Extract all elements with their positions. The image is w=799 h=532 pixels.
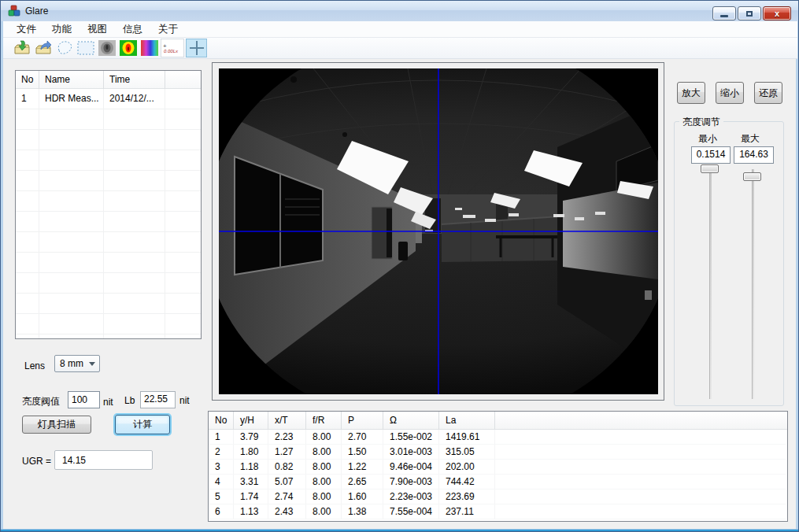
list-item[interactable] xyxy=(16,191,201,212)
restore-button[interactable] xyxy=(738,6,761,20)
col-name[interactable]: Name xyxy=(39,71,104,89)
crosshair-icon[interactable] xyxy=(186,39,207,57)
lasso-select-icon[interactable] xyxy=(54,39,74,57)
list-cell xyxy=(104,150,165,171)
pseudocolor-view-icon[interactable] xyxy=(118,39,138,57)
col-no[interactable]: No xyxy=(16,71,39,89)
results-rows: 13.792.238.002.701.55e-0021419.6121.801.… xyxy=(209,430,787,519)
hdr-image[interactable] xyxy=(219,68,658,394)
list-item[interactable] xyxy=(16,171,201,191)
min-slider-thumb[interactable] xyxy=(701,164,719,173)
table-cell: 237.11 xyxy=(439,504,495,519)
list-item[interactable] xyxy=(16,130,201,150)
list-cell xyxy=(104,191,165,212)
table-row[interactable]: 13.792.238.002.701.55e-0021419.61 xyxy=(209,430,787,445)
results-col-header[interactable]: x/T xyxy=(268,412,306,430)
restore-icon xyxy=(746,11,753,17)
zoom-out-button[interactable]: 缩小 xyxy=(716,82,744,104)
lux-plus: + xyxy=(161,43,167,49)
export-icon[interactable] xyxy=(33,39,53,57)
table-cell xyxy=(495,504,786,519)
list-item[interactable] xyxy=(16,253,201,273)
list-cell xyxy=(16,212,39,232)
results-col-header[interactable]: No xyxy=(209,412,234,430)
table-cell: 2.74 xyxy=(268,490,306,504)
results-col-header[interactable]: f/R xyxy=(306,412,342,430)
table-cell: 315.05 xyxy=(439,445,495,460)
list-cell xyxy=(16,314,39,334)
grayscale-view-icon[interactable] xyxy=(97,39,117,57)
list-cell xyxy=(16,130,39,150)
max-slider-thumb[interactable] xyxy=(743,172,761,181)
list-item[interactable] xyxy=(16,232,201,253)
import-icon[interactable] xyxy=(12,39,31,57)
results-header: Noy/Hx/Tf/RPΩLa xyxy=(209,412,787,430)
measurement-list[interactable]: No Name Time 1HDR Meas...2014/12/... xyxy=(15,70,202,339)
max-slider-track[interactable] xyxy=(752,169,754,399)
list-cell xyxy=(39,130,104,150)
menu-about[interactable]: 关于 xyxy=(151,21,185,38)
list-item[interactable] xyxy=(16,273,201,294)
menu-view[interactable]: 视图 xyxy=(80,21,114,38)
menu-function[interactable]: 功能 xyxy=(45,21,79,38)
table-cell: 1.27 xyxy=(268,445,306,460)
min-value-field[interactable]: 0.1514 xyxy=(691,146,731,164)
table-row[interactable]: 21.801.278.001.503.01e-003315.05 xyxy=(209,445,787,460)
list-cell xyxy=(165,212,201,232)
table-row[interactable]: 51.742.748.001.602.23e-003223.69 xyxy=(209,490,787,504)
list-item[interactable] xyxy=(16,212,201,232)
results-table[interactable]: Noy/Hx/Tf/RPΩLa 13.792.238.002.701.55e-0… xyxy=(208,411,788,522)
calculate-button[interactable]: 计算 xyxy=(115,415,170,434)
lux-label-icon[interactable]: + 0.00Lx xyxy=(161,39,184,57)
nit-unit-2: nit xyxy=(179,395,190,406)
list-cell xyxy=(16,191,39,212)
list-item[interactable] xyxy=(16,150,201,171)
ugr-label: UGR = xyxy=(22,456,51,467)
table-cell: 1419.61 xyxy=(439,430,495,445)
results-col-header[interactable]: y/H xyxy=(234,412,268,430)
table-cell: 8.00 xyxy=(306,430,342,445)
palette-icon[interactable] xyxy=(139,39,159,57)
minimize-button[interactable] xyxy=(712,6,736,20)
toolbar: + 0.00Lx xyxy=(3,38,797,59)
max-value-field[interactable]: 164.63 xyxy=(734,146,774,164)
min-label: 最小 xyxy=(698,132,717,146)
table-row[interactable]: 61.132.438.001.387.55e-004237.11 xyxy=(209,504,787,519)
threshold-input[interactable] xyxy=(68,391,100,408)
table-cell: 2.65 xyxy=(342,475,383,490)
table-cell: 8.00 xyxy=(306,490,342,504)
list-item[interactable] xyxy=(16,314,201,334)
menu-file[interactable]: 文件 xyxy=(9,21,43,38)
table-row[interactable]: 43.315.078.002.657.90e-003744.42 xyxy=(209,475,787,490)
results-col-header[interactable]: Ω xyxy=(383,412,439,430)
zoom-in-button[interactable]: 放大 xyxy=(677,82,705,104)
results-col-header[interactable]: P xyxy=(342,412,383,430)
close-button[interactable]: x xyxy=(763,6,791,20)
list-item[interactable] xyxy=(16,334,201,339)
list-item[interactable] xyxy=(16,294,201,314)
list-cell xyxy=(39,191,104,212)
app-icon xyxy=(8,5,20,17)
col-spacer xyxy=(165,71,201,89)
list-cell xyxy=(16,150,39,171)
lens-select[interactable]: 8 mm xyxy=(54,355,100,372)
col-time[interactable]: Time xyxy=(104,71,165,89)
list-cell xyxy=(104,109,165,130)
table-cell: 0.82 xyxy=(268,460,306,475)
rect-select-icon[interactable] xyxy=(76,39,95,57)
lamp-scan-button[interactable]: 灯具扫描 xyxy=(22,416,91,434)
results-col-header[interactable]: La xyxy=(439,412,495,430)
table-cell: 5 xyxy=(209,490,234,504)
list-cell xyxy=(39,334,104,339)
min-slider-track[interactable] xyxy=(709,169,712,399)
zoom-reset-button[interactable]: 还原 xyxy=(754,82,782,104)
list-cell xyxy=(39,253,104,273)
list-cell xyxy=(104,294,165,314)
list-item[interactable] xyxy=(16,109,201,130)
table-cell: 1.60 xyxy=(342,490,383,504)
menu-info[interactable]: 信息 xyxy=(116,21,150,38)
list-item[interactable]: 1HDR Meas...2014/12/... xyxy=(16,89,201,109)
table-cell: 3.01e-003 xyxy=(383,445,439,460)
table-row[interactable]: 31.180.828.001.229.46e-004202.00 xyxy=(209,460,787,475)
title-bar[interactable]: Glare x xyxy=(1,1,798,21)
